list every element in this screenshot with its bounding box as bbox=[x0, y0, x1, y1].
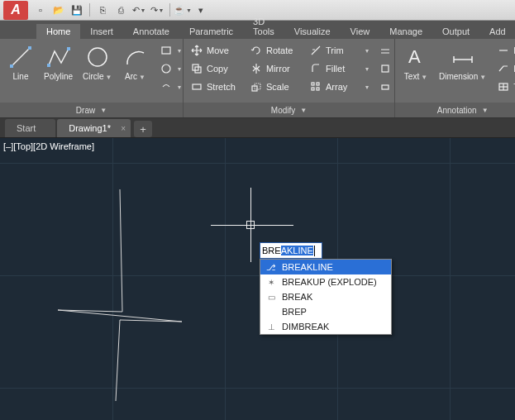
move-button[interactable]: Move bbox=[188, 42, 243, 59]
drawing-canvas[interactable]: [–][Top][2D Wireframe] BREAKLINE ⎇BREAKL… bbox=[0, 138, 515, 420]
polyline-button[interactable]: Polyline bbox=[41, 42, 75, 83]
explode-icon: ✶ bbox=[265, 276, 277, 288]
leader-button[interactable]: Le bbox=[495, 60, 515, 77]
arc-icon bbox=[122, 44, 149, 70]
tab-home[interactable]: Home bbox=[36, 24, 80, 39]
trim-button[interactable]: Trim▾ bbox=[308, 42, 370, 59]
saveas-icon[interactable]: ⎘ bbox=[95, 2, 110, 17]
mirror-button[interactable]: Mirror bbox=[248, 60, 303, 77]
svg-rect-2 bbox=[28, 46, 31, 50]
scale-button[interactable]: Scale bbox=[248, 79, 303, 95]
tab-3dtools[interactable]: 3D Tools bbox=[243, 14, 284, 39]
modify-misc-1[interactable] bbox=[377, 42, 393, 59]
panel-annotation-title[interactable]: Annotation▼ bbox=[395, 103, 515, 117]
arc-button[interactable]: Arc▼ bbox=[120, 42, 151, 83]
print-icon[interactable]: ⎙ bbox=[113, 2, 128, 17]
line-button[interactable]: Line bbox=[5, 42, 36, 83]
undo-icon[interactable]: ↶▼ bbox=[131, 2, 146, 17]
panel-modify-title[interactable]: Modify▼ bbox=[184, 103, 394, 117]
line-label: Line bbox=[13, 72, 29, 81]
redo-icon[interactable]: ↷▼ bbox=[150, 2, 165, 17]
copy-button[interactable]: Copy bbox=[188, 60, 243, 77]
modify-misc-3[interactable] bbox=[377, 79, 393, 95]
rotate-icon bbox=[250, 44, 263, 57]
text-button[interactable]: A Text▼ bbox=[400, 42, 432, 83]
dimension-icon bbox=[450, 44, 476, 70]
command-typed-text: BRE bbox=[262, 246, 281, 255]
scale-icon bbox=[250, 80, 263, 93]
ac-item-dimbreak[interactable]: ⊥DIMBREAK bbox=[260, 319, 391, 334]
dimension-label: Dimension▼ bbox=[439, 72, 486, 81]
polyline-icon bbox=[45, 44, 72, 70]
move-icon bbox=[190, 44, 203, 57]
stretch-icon bbox=[190, 80, 203, 93]
panel-annotation: A Text▼ Dimension▼ Li Le Ta Annotation▼ bbox=[395, 39, 515, 117]
svg-rect-1 bbox=[10, 64, 13, 68]
ac-item-breakline[interactable]: ⎇BREAKLINE bbox=[260, 260, 391, 274]
tab-insert[interactable]: Insert bbox=[80, 24, 123, 39]
svg-rect-13 bbox=[312, 83, 314, 85]
draw-misc-3[interactable]: ▾ bbox=[158, 79, 183, 95]
array-button[interactable]: Array▾ bbox=[308, 79, 370, 95]
table-icon bbox=[497, 80, 510, 93]
qat-customize-icon[interactable]: ▾ bbox=[193, 2, 208, 17]
line-icon bbox=[7, 44, 34, 70]
document-tab-strip: Start Drawing1*× + bbox=[0, 118, 515, 138]
tab-parametric[interactable]: Parametric bbox=[179, 24, 243, 39]
linear-icon bbox=[497, 44, 510, 57]
autocomplete-list: ⎇BREAKLINE ✶BREAKUP (EXPLODE) ▭BREAK BRE… bbox=[260, 259, 392, 335]
ac-item-brep[interactable]: BREP bbox=[260, 304, 391, 319]
close-icon[interactable]: × bbox=[121, 124, 126, 133]
panel-draw: Line Polyline Circle▼ Arc▼ ▾ ▾ ▾ Draw▼ bbox=[0, 39, 184, 117]
circle-icon bbox=[84, 44, 111, 70]
svg-point-5 bbox=[88, 48, 107, 66]
ac-item-break[interactable]: ▭BREAK bbox=[260, 289, 391, 304]
teapot-icon[interactable]: ☕▼ bbox=[175, 2, 190, 17]
app-logo[interactable]: A bbox=[3, 1, 28, 20]
tab-visualize[interactable]: Visualize bbox=[284, 24, 341, 39]
svg-rect-3 bbox=[47, 64, 50, 67]
rotate-button[interactable]: Rotate bbox=[248, 42, 303, 59]
tab-manage[interactable]: Manage bbox=[379, 24, 432, 39]
offset-icon bbox=[379, 44, 392, 57]
draw-misc-1[interactable]: ▾ bbox=[158, 42, 183, 59]
polyline-label: Polyline bbox=[44, 72, 73, 81]
viewport-label[interactable]: [–][Top][2D Wireframe] bbox=[3, 141, 94, 151]
doc-tab-start[interactable]: Start bbox=[5, 119, 55, 137]
svg-rect-18 bbox=[382, 85, 389, 89]
tab-annotate[interactable]: Annotate bbox=[123, 24, 179, 39]
text-label: Text▼ bbox=[404, 72, 427, 81]
trim-icon bbox=[309, 44, 322, 57]
dimbreak-icon: ⊥ bbox=[265, 321, 277, 332]
mirror-icon bbox=[250, 62, 263, 75]
command-input[interactable]: BREAKLINE bbox=[260, 242, 322, 259]
tab-output[interactable]: Output bbox=[432, 24, 479, 39]
linear-button[interactable]: Li bbox=[495, 42, 515, 59]
svg-rect-15 bbox=[312, 88, 314, 90]
fillet-button[interactable]: Fillet▾ bbox=[308, 60, 370, 77]
svg-rect-4 bbox=[67, 47, 70, 50]
doc-tab-drawing1[interactable]: Drawing1*× bbox=[57, 119, 131, 137]
dimension-button[interactable]: Dimension▼ bbox=[436, 42, 489, 83]
circle-button[interactable]: Circle▼ bbox=[80, 42, 114, 83]
explode-icon bbox=[379, 62, 392, 75]
new-tab-button[interactable]: + bbox=[134, 121, 152, 137]
svg-text:A: A bbox=[408, 46, 421, 67]
stretch-button[interactable]: Stretch bbox=[188, 79, 243, 95]
table-button[interactable]: Ta bbox=[495, 79, 515, 95]
breakline-object[interactable] bbox=[50, 188, 190, 406]
draw-misc-2[interactable]: ▾ bbox=[158, 60, 183, 77]
hatch-icon bbox=[160, 62, 173, 75]
tab-addins[interactable]: Add bbox=[479, 24, 515, 39]
svg-rect-6 bbox=[162, 47, 170, 54]
text-icon: A bbox=[403, 44, 429, 70]
save-icon[interactable]: 💾 bbox=[69, 2, 84, 17]
circle-label: Circle▼ bbox=[83, 72, 112, 81]
ac-item-breakup[interactable]: ✶BREAKUP (EXPLODE) bbox=[260, 274, 391, 289]
svg-rect-14 bbox=[317, 83, 319, 85]
modify-misc-2[interactable] bbox=[377, 60, 393, 77]
tab-view[interactable]: View bbox=[341, 24, 380, 39]
open-icon[interactable]: 📂 bbox=[51, 2, 66, 17]
new-icon[interactable]: ▫ bbox=[33, 2, 48, 17]
panel-draw-title[interactable]: Draw▼ bbox=[0, 103, 183, 117]
